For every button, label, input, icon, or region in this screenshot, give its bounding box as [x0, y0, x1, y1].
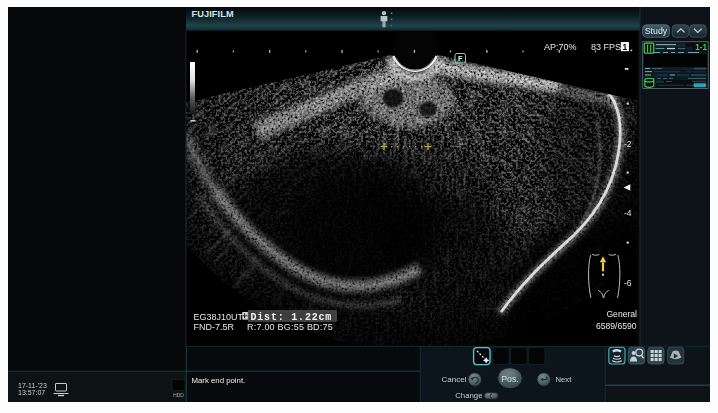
svg-text:R:7.00 BG:55 BD:75: R:7.00 BG:55 BD:75 — [247, 322, 333, 332]
svg-text:HDD: HDD — [173, 393, 184, 398]
svg-text:1-1: 1-1 — [695, 43, 707, 52]
svg-text:Dist: 1.22cm: Dist: 1.22cm — [251, 312, 333, 323]
svg-text:AP:70%: AP:70% — [544, 42, 577, 52]
svg-text:1: 1 — [623, 42, 628, 52]
svg-text:13:57:07: 13:57:07 — [18, 389, 45, 396]
svg-text:-4: -4 — [624, 208, 632, 218]
svg-text:Mark end point.: Mark end point. — [192, 376, 246, 385]
svg-text:-6: -6 — [624, 278, 632, 288]
svg-text:FND-7.5R: FND-7.5R — [194, 322, 235, 332]
svg-text:-2: -2 — [624, 139, 632, 149]
svg-text:6589/6590: 6589/6590 — [596, 321, 637, 331]
svg-text:Change: Change — [455, 391, 482, 400]
svg-text:Next: Next — [556, 375, 573, 384]
svg-text:Study: Study — [645, 26, 668, 36]
svg-text:General: General — [606, 309, 637, 319]
svg-text:FUJIFILM: FUJIFILM — [192, 9, 234, 19]
svg-text:F: F — [458, 54, 463, 63]
svg-text:Cancel: Cancel — [442, 375, 467, 384]
svg-text:17-11-'23: 17-11-'23 — [18, 382, 47, 389]
svg-text:Pos.: Pos. — [501, 374, 519, 384]
svg-text:EG38J10UT: EG38J10UT — [194, 312, 244, 322]
svg-text:83 FPS: 83 FPS — [591, 42, 621, 52]
